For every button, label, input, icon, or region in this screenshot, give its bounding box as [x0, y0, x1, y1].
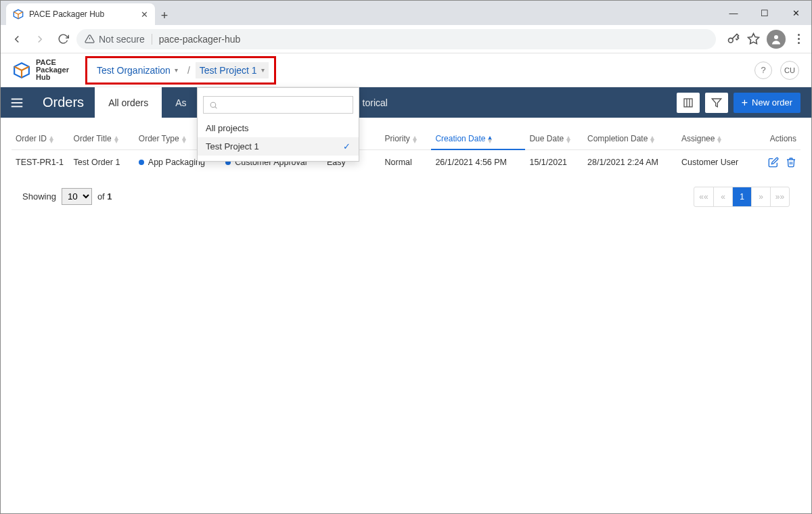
- columns-button[interactable]: [677, 93, 700, 113]
- reload-button[interactable]: [53, 30, 72, 49]
- window-minimize-button[interactable]: —: [718, 1, 749, 25]
- page-size-select[interactable]: 10: [62, 188, 92, 205]
- cell-order-id: TEST-PR1-1: [12, 149, 70, 174]
- page-prev[interactable]: «: [713, 187, 732, 206]
- plus-icon: +: [742, 97, 748, 108]
- svg-point-9: [210, 102, 216, 108]
- orders-table: Order ID▴▾ Order Title▴▾ Order Type▴▾ ty…: [12, 128, 800, 174]
- breadcrumb-project[interactable]: Test Project 1 ▾: [196, 62, 269, 78]
- url-text: pace-packager-hub: [159, 34, 241, 45]
- page-next[interactable]: »: [751, 187, 770, 206]
- new-order-button[interactable]: + New order: [734, 93, 800, 113]
- breadcrumb-project-label: Test Project 1: [200, 65, 257, 76]
- chevron-down-icon: ▾: [175, 66, 178, 74]
- svg-point-6: [774, 35, 778, 39]
- svg-point-4: [729, 38, 734, 43]
- table-row[interactable]: TEST-PR1-1 Test Order 1 App Packaging Cu…: [12, 149, 800, 174]
- tab-assigned-to-me[interactable]: As: [162, 87, 200, 118]
- filter-button[interactable]: [705, 93, 728, 113]
- address-separator: [152, 34, 152, 45]
- table-footer: Showing 10 of 1 «« « 1 » »»: [12, 174, 800, 219]
- favicon-cube-icon: [13, 9, 24, 20]
- filter-icon: [711, 97, 722, 108]
- th-completion-date[interactable]: Completion Date▴▾: [583, 128, 677, 149]
- breadcrumb-highlighted: Test Organization ▾ / Test Project 1 ▾: [85, 56, 276, 85]
- breadcrumb-organization[interactable]: Test Organization ▾: [93, 62, 182, 78]
- row-actions: [761, 157, 796, 168]
- breadcrumb-org-label: Test Organization: [97, 65, 171, 76]
- check-icon: ✓: [343, 141, 351, 151]
- address-bar[interactable]: Not secure pace-packager-hub: [76, 29, 716, 49]
- profile-avatar[interactable]: [767, 30, 786, 49]
- app-header: PACE Packager Hub Test Organization ▾ / …: [1, 53, 811, 87]
- logo-cube-icon: [13, 62, 30, 79]
- showing-label: Showing: [22, 191, 56, 202]
- svg-marker-17: [712, 99, 721, 107]
- browser-titlebar: PACE Packager Hub ✕ + — ☐ ✕: [1, 1, 811, 25]
- window-maximize-button[interactable]: ☐: [749, 1, 780, 25]
- cell-creation-date: 26/1/2021 4:56 PM: [431, 149, 525, 174]
- th-actions: Actions: [757, 128, 800, 149]
- dropdown-item-test-project-1[interactable]: Test Project 1 ✓: [198, 137, 359, 156]
- new-order-label: New order: [752, 97, 792, 108]
- status-dot-icon: [139, 160, 144, 165]
- tab-close-icon[interactable]: ✕: [141, 9, 148, 20]
- app-logo[interactable]: PACE Packager Hub: [13, 59, 69, 81]
- page-last[interactable]: »»: [770, 187, 789, 206]
- search-icon: [209, 101, 218, 110]
- th-order-title[interactable]: Order Title▴▾: [70, 128, 135, 149]
- edit-icon[interactable]: [768, 157, 779, 168]
- cell-due-date: 15/1/2021: [525, 149, 583, 174]
- nav-title: Orders: [33, 87, 93, 118]
- project-dropdown: All projects Test Project 1 ✓: [197, 87, 359, 162]
- th-due-date[interactable]: Due Date▴▾: [525, 128, 583, 149]
- svg-rect-14: [684, 99, 692, 107]
- svg-line-10: [215, 106, 217, 108]
- cell-completion-date: 28/1/2021 2:24 AM: [583, 149, 677, 174]
- warning-icon: [85, 34, 95, 44]
- tab-title: PACE Packager Hub: [29, 9, 135, 19]
- dropdown-item-all-projects[interactable]: All projects: [198, 119, 359, 137]
- th-order-id[interactable]: Order ID▴▾: [12, 128, 70, 149]
- user-badge[interactable]: CU: [780, 61, 799, 80]
- cell-priority: Normal: [381, 149, 432, 174]
- svg-marker-5: [748, 34, 759, 44]
- not-secure-label: Not secure: [99, 34, 145, 45]
- chevron-down-icon: ▾: [261, 66, 265, 74]
- back-button[interactable]: [7, 30, 26, 49]
- nav-bar: Orders All orders As torical + New order: [1, 87, 811, 118]
- of-label: of: [97, 191, 105, 202]
- key-icon[interactable]: [727, 32, 740, 46]
- project-search-input[interactable]: [222, 100, 347, 110]
- cell-order-title: Test Order 1: [70, 149, 135, 174]
- help-button[interactable]: ?: [754, 62, 772, 79]
- star-icon[interactable]: [747, 32, 760, 45]
- window-controls: — ☐ ✕: [718, 1, 811, 25]
- total-count: 1: [107, 191, 112, 202]
- browser-tab[interactable]: PACE Packager Hub ✕: [6, 3, 155, 25]
- breadcrumb-separator: /: [187, 65, 190, 76]
- logo-text-line3: Hub: [36, 74, 69, 81]
- th-assignee[interactable]: Assignee▴▾: [677, 128, 757, 149]
- kebab-menu-icon[interactable]: [792, 34, 805, 44]
- forward-button: [30, 30, 49, 49]
- th-priority[interactable]: Priority▴▾: [381, 128, 432, 149]
- pagination: «« « 1 » »»: [694, 187, 790, 207]
- project-search[interactable]: [203, 96, 353, 114]
- window-close-button[interactable]: ✕: [780, 1, 811, 25]
- page-1[interactable]: 1: [732, 187, 751, 206]
- th-creation-date[interactable]: Creation Date▴▾: [431, 128, 525, 149]
- delete-icon[interactable]: [786, 157, 796, 168]
- tab-all-orders[interactable]: All orders: [95, 87, 162, 118]
- page-first[interactable]: ««: [694, 187, 713, 206]
- new-tab-button[interactable]: +: [155, 6, 174, 25]
- browser-toolbar: Not secure pace-packager-hub: [1, 25, 811, 53]
- not-secure-indicator: Not secure: [85, 34, 145, 45]
- cell-assignee: Customer User: [677, 149, 757, 174]
- toolbar-right-icons: [727, 30, 805, 49]
- hamburger-menu[interactable]: [1, 87, 33, 118]
- content-area: Order ID▴▾ Order Title▴▾ Order Type▴▾ ty…: [1, 118, 811, 230]
- columns-icon: [683, 97, 694, 108]
